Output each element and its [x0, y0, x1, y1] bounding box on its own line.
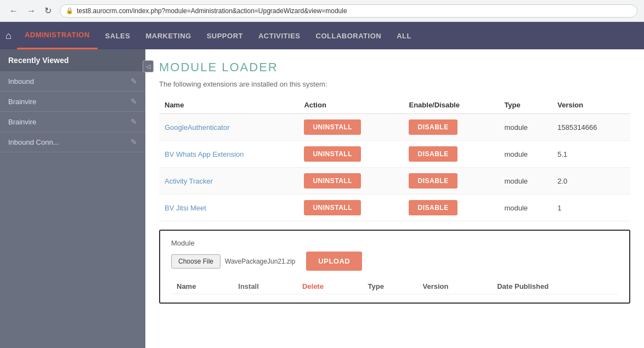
top-navigation: ⌂ ADMINISTRATION SALES MARKETING SUPPORT…: [0, 22, 644, 49]
sidebar-collapse-button[interactable]: ◁: [143, 60, 154, 72]
edit-icon[interactable]: ✎: [131, 138, 137, 146]
upload-row: Choose File WavePackageJun21.zip UPLOAD: [171, 252, 618, 271]
cell-enable-disable: DISABLE: [403, 168, 499, 195]
page-title: MODULE LOADER: [159, 60, 630, 75]
cell-action: UNINSTALL: [298, 195, 403, 221]
cell-version: 2.0: [552, 168, 630, 195]
main-layout: Recently Viewed ◁ Inbound ✎ Brainvire ✎ …: [0, 49, 644, 348]
disable-button[interactable]: DISABLE: [409, 119, 457, 135]
sidebar-item-inbound-conn[interactable]: Inbound Conn... ✎: [0, 132, 145, 152]
cell-version: 5.1: [552, 141, 630, 168]
cell-enable-disable: DISABLE: [403, 195, 499, 221]
col-enable-disable: Enable/Disable: [403, 96, 499, 114]
uninstall-button[interactable]: UNINSTALL: [304, 200, 361, 215]
nav-item-all[interactable]: ALL: [389, 22, 419, 49]
choose-file-button[interactable]: Choose File: [171, 254, 221, 269]
col-version: Version: [552, 96, 630, 114]
back-button[interactable]: ←: [7, 4, 21, 17]
upload-col-install: Install: [233, 279, 297, 294]
sidebar-item-inbound[interactable]: Inbound ✎: [0, 71, 145, 92]
nav-item-support[interactable]: SUPPORT: [199, 22, 251, 49]
disable-button[interactable]: DISABLE: [409, 200, 457, 215]
sidebar-item-brainvire-2[interactable]: Brainvire ✎: [0, 112, 145, 132]
cell-type: module: [499, 114, 552, 141]
cell-action: UNINSTALL: [298, 141, 403, 168]
table-row: Activity Tracker UNINSTALL DISABLE modul…: [159, 168, 630, 195]
edit-icon[interactable]: ✎: [131, 77, 137, 85]
nav-item-sales[interactable]: SALES: [98, 22, 138, 49]
cell-version: 1585314666: [552, 114, 630, 141]
module-table: Name Action Enable/Disable Type Version …: [159, 96, 630, 221]
forward-button[interactable]: →: [24, 4, 38, 17]
content-area: MODULE LOADER The following extensions a…: [145, 49, 644, 348]
collapse-icon: ◁: [146, 63, 150, 70]
sidebar-item-label: Brainvire: [8, 118, 36, 126]
col-type: Type: [499, 96, 552, 114]
uninstall-button[interactable]: UNINSTALL: [304, 173, 361, 189]
col-name: Name: [159, 96, 298, 114]
cell-name: BV Jitsi Meet: [159, 195, 298, 221]
upload-col-delete: Delete: [297, 279, 363, 294]
upload-col-name: Name: [171, 279, 233, 294]
cell-enable-disable: DISABLE: [403, 114, 499, 141]
cell-action: UNINSTALL: [298, 168, 403, 195]
cell-name: Activity Tracker: [159, 168, 298, 195]
disable-button[interactable]: DISABLE: [409, 173, 457, 189]
cell-enable-disable: DISABLE: [403, 141, 499, 168]
reload-button[interactable]: ↻: [42, 4, 54, 17]
cell-type: module: [499, 168, 552, 195]
recently-viewed-label: Recently Viewed: [8, 56, 137, 65]
module-label: Module: [171, 239, 618, 247]
cell-action: UNINSTALL: [298, 114, 403, 141]
cell-name: GoogleAuthenticator: [159, 114, 298, 141]
sidebar-item-label: Brainvire: [8, 98, 36, 106]
cell-type: module: [499, 195, 552, 221]
upload-section: Module Choose File WavePackageJun21.zip …: [159, 230, 630, 304]
file-name: WavePackageJun21.zip: [225, 258, 295, 265]
upload-col-date-published: Date Published: [492, 279, 618, 294]
sidebar-item-label: Inbound Conn...: [8, 138, 59, 146]
cell-version: 1: [552, 195, 630, 221]
edit-icon[interactable]: ✎: [131, 117, 137, 126]
sidebar-item-label: Inbound: [8, 77, 34, 85]
upload-col-version: Version: [417, 279, 492, 294]
table-row: GoogleAuthenticator UNINSTALL DISABLE mo…: [159, 114, 630, 141]
upload-button[interactable]: UPLOAD: [306, 252, 362, 271]
table-row: BV Whats App Extension UNINSTALL DISABLE…: [159, 141, 630, 168]
lock-icon: 🔒: [66, 7, 74, 14]
uninstall-button[interactable]: UNINSTALL: [304, 119, 361, 135]
home-icon[interactable]: ⌂: [5, 30, 12, 42]
nav-item-administration[interactable]: ADMINISTRATION: [17, 22, 98, 49]
table-row: BV Jitsi Meet UNINSTALL DISABLE module 1: [159, 195, 630, 221]
sidebar-item-brainvire-1[interactable]: Brainvire ✎: [0, 92, 145, 112]
url-text: test8.aurocrm.com/index.php?module=Admin…: [77, 7, 347, 15]
upload-col-type: Type: [362, 279, 417, 294]
upload-table: NameInstallDeleteTypeVersionDate Publish…: [171, 279, 618, 294]
address-bar[interactable]: 🔒 test8.aurocrm.com/index.php?module=Adm…: [60, 4, 637, 18]
cell-type: module: [499, 141, 552, 168]
browser-navigation[interactable]: ← → ↻: [7, 4, 54, 17]
col-action: Action: [298, 96, 403, 114]
browser-bar: ← → ↻ 🔒 test8.aurocrm.com/index.php?modu…: [0, 0, 644, 22]
uninstall-button[interactable]: UNINSTALL: [304, 146, 361, 162]
nav-item-marketing[interactable]: MARKETING: [138, 22, 199, 49]
nav-item-activities[interactable]: ACTIVITIES: [251, 22, 308, 49]
file-input-area: Choose File WavePackageJun21.zip: [171, 254, 295, 269]
sidebar: Recently Viewed ◁ Inbound ✎ Brainvire ✎ …: [0, 49, 145, 348]
sidebar-recently-viewed-header: Recently Viewed: [0, 49, 145, 71]
nav-item-collaboration[interactable]: COLLABORATION: [308, 22, 389, 49]
cell-name: BV Whats App Extension: [159, 141, 298, 168]
disable-button[interactable]: DISABLE: [409, 146, 457, 162]
subtitle: The following extensions are installed o…: [159, 80, 630, 88]
edit-icon[interactable]: ✎: [131, 97, 137, 106]
